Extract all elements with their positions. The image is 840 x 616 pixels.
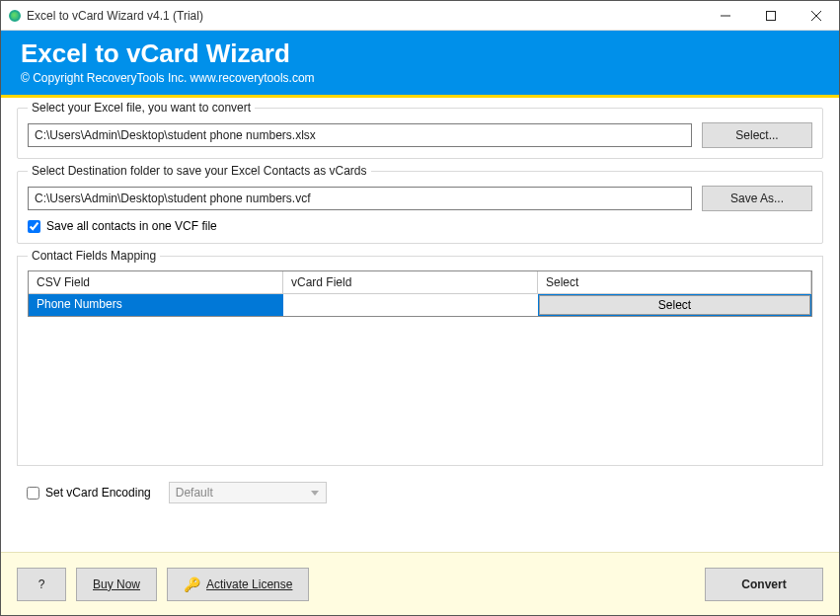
header-csv-field[interactable]: CSV Field xyxy=(29,271,283,294)
mapping-group-label: Contact Fields Mapping xyxy=(28,249,160,263)
key-icon: 🔑 xyxy=(184,577,200,592)
close-button[interactable] xyxy=(794,1,839,31)
footer-bar: ? Buy Now 🔑 Activate License Convert xyxy=(1,552,839,615)
minimize-button[interactable] xyxy=(703,1,748,31)
encoding-row: Set vCard Encoding xyxy=(17,476,823,513)
save-one-vcf-label: Save all contacts in one VCF file xyxy=(46,219,217,233)
mapping-table: CSV Field vCard Field Select Phone Numbe… xyxy=(28,270,812,317)
cell-vcard-field xyxy=(283,294,538,316)
buy-now-button[interactable]: Buy Now xyxy=(76,568,157,601)
header-vcard-field[interactable]: vCard Field xyxy=(283,271,538,294)
source-group-label: Select your Excel file, you want to conv… xyxy=(28,101,255,115)
destination-path-input[interactable] xyxy=(28,187,692,210)
cell-select: Select xyxy=(538,294,811,316)
titlebar: Excel to vCard Wizard v4.1 (Trial) xyxy=(1,1,839,31)
encoding-select xyxy=(169,482,327,503)
help-button[interactable]: ? xyxy=(17,568,66,601)
content-area: Select your Excel file, you want to conv… xyxy=(1,98,839,513)
destination-group: Select Destination folder to save your E… xyxy=(17,171,823,244)
maximize-button[interactable] xyxy=(748,1,794,31)
header-select[interactable]: Select xyxy=(538,271,811,294)
source-path-input[interactable] xyxy=(28,123,692,147)
cell-csv-field: Phone Numbers xyxy=(29,294,283,316)
svg-rect-1 xyxy=(767,11,776,20)
select-source-button[interactable]: Select... xyxy=(702,122,812,148)
destination-group-label: Select Destination folder to save your E… xyxy=(28,164,371,178)
window-title: Excel to vCard Wizard v4.1 (Trial) xyxy=(27,9,703,23)
encoding-checkbox[interactable] xyxy=(27,487,39,500)
save-as-button[interactable]: Save As... xyxy=(702,186,812,211)
save-one-vcf-checkbox[interactable] xyxy=(28,220,40,233)
convert-button[interactable]: Convert xyxy=(705,568,823,601)
table-header-row: CSV Field vCard Field Select xyxy=(29,271,811,294)
banner-copyright: © Copyright RecoveryTools Inc. www.recov… xyxy=(21,71,819,85)
activate-license-button[interactable]: 🔑 Activate License xyxy=(167,568,309,601)
window-controls xyxy=(703,1,839,31)
encoding-checkbox-label: Set vCard Encoding xyxy=(27,486,151,500)
app-icon xyxy=(9,10,21,22)
mapping-group: Contact Fields Mapping CSV Field vCard F… xyxy=(17,256,823,466)
source-file-group: Select your Excel file, you want to conv… xyxy=(17,108,823,159)
banner: Excel to vCard Wizard © Copyright Recove… xyxy=(1,31,839,98)
select-field-button[interactable]: Select xyxy=(539,295,810,315)
table-row[interactable]: Phone Numbers Select xyxy=(29,294,811,316)
banner-heading: Excel to vCard Wizard xyxy=(21,38,819,69)
